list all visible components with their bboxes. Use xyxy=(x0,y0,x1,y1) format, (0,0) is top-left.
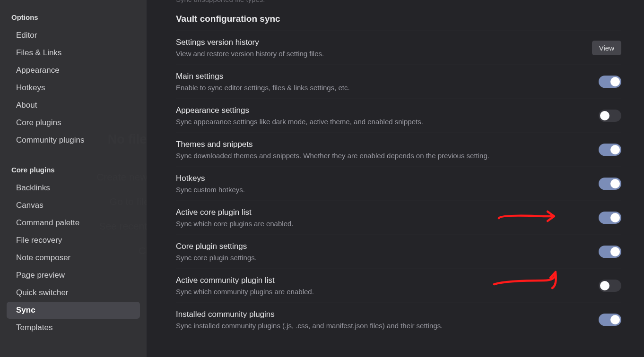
sidebar-item-canvas[interactable]: Canvas xyxy=(7,197,140,214)
toggle-knob xyxy=(610,77,620,86)
setting-description: Sync appearance settings like dark mode,… xyxy=(176,118,589,126)
setting-title: Core plugin settings xyxy=(176,242,589,251)
setting-row: Active core plugin listSync which core p… xyxy=(176,201,621,235)
setting-title: Hotkeys xyxy=(176,174,589,183)
setting-row: Themes and snippetsSync downloaded theme… xyxy=(176,133,621,167)
setting-row: Appearance settingsSync appearance setti… xyxy=(176,99,621,133)
setting-title: Active core plugin list xyxy=(176,208,589,217)
truncated-previous-setting: Sync unsupported file types. xyxy=(176,0,621,3)
sidebar-item-quick-switcher[interactable]: Quick switcher xyxy=(7,284,140,301)
setting-description: Sync installed community plugins (.js, .… xyxy=(176,322,589,330)
setting-row: Active community plugin listSync which c… xyxy=(176,269,621,303)
sidebar-item-hotkeys[interactable]: Hotkeys xyxy=(7,79,140,96)
toggle-active-core-plugin-list[interactable] xyxy=(599,212,621,224)
sidebar-item-page-preview[interactable]: Page preview xyxy=(7,267,140,284)
setting-row: Main settingsEnable to sync editor setti… xyxy=(176,65,621,99)
toggle-knob xyxy=(610,179,620,188)
setting-title: Settings version history xyxy=(176,38,583,47)
sidebar-section-header: Core plugins xyxy=(5,162,142,178)
toggle-active-community-plugin-list[interactable] xyxy=(599,280,621,292)
toggle-knob xyxy=(610,145,620,154)
setting-description: Sync which community plugins are enabled… xyxy=(176,288,589,296)
sidebar-item-community-plugins[interactable]: Community plugins xyxy=(7,132,140,149)
toggle-knob xyxy=(610,315,620,324)
settings-sidebar: OptionsEditorFiles & LinksAppearanceHotk… xyxy=(0,0,147,357)
setting-title: Active community plugin list xyxy=(176,276,589,285)
sidebar-item-core-plugins[interactable]: Core plugins xyxy=(7,114,140,131)
setting-description: Sync downloaded themes and snippets. Whe… xyxy=(176,152,589,160)
sidebar-item-about[interactable]: About xyxy=(7,97,140,114)
setting-description: Sync custom hotkeys. xyxy=(176,186,589,194)
sidebar-item-templates[interactable]: Templates xyxy=(7,319,140,336)
section-heading-vault-config-sync: Vault configuration sync xyxy=(176,14,621,24)
sidebar-item-editor[interactable]: Editor xyxy=(7,27,140,44)
setting-title: Installed community plugins xyxy=(176,310,589,319)
setting-description: Sync core plugin settings. xyxy=(176,254,589,262)
toggle-knob xyxy=(600,281,609,290)
sidebar-item-note-composer[interactable]: Note composer xyxy=(7,249,140,266)
sidebar-item-backlinks[interactable]: Backlinks xyxy=(7,179,140,196)
setting-row: HotkeysSync custom hotkeys. xyxy=(176,167,621,201)
toggle-themes-and-snippets[interactable] xyxy=(599,144,621,156)
setting-description: Enable to sync editor settings, files & … xyxy=(176,84,589,92)
toggle-knob xyxy=(610,247,620,256)
sidebar-item-appearance[interactable]: Appearance xyxy=(7,62,140,79)
toggle-main-settings[interactable] xyxy=(599,76,621,88)
setting-title: Main settings xyxy=(176,72,589,81)
view-button[interactable]: View xyxy=(592,41,621,55)
toggle-core-plugin-settings[interactable] xyxy=(599,246,621,258)
setting-row: Core plugin settingsSync core plugin set… xyxy=(176,235,621,269)
toggle-knob xyxy=(600,111,609,120)
toggle-appearance-settings[interactable] xyxy=(599,110,621,122)
setting-row: Settings version historyView and restore… xyxy=(176,31,621,65)
setting-description: Sync which core plugins are enabled. xyxy=(176,220,589,228)
toggle-knob xyxy=(610,213,620,222)
setting-description: View and restore version history of sett… xyxy=(176,50,583,58)
sidebar-item-files-links[interactable]: Files & Links xyxy=(7,44,140,61)
setting-title: Themes and snippets xyxy=(176,140,589,149)
setting-row: Installed community pluginsSync installe… xyxy=(176,303,621,337)
sidebar-section-header: Options xyxy=(5,9,142,25)
settings-main-panel: Sync unsupported file types. Vault confi… xyxy=(147,0,644,357)
toggle-hotkeys[interactable] xyxy=(599,178,621,190)
sidebar-item-file-recovery[interactable]: File recovery xyxy=(7,232,140,249)
sidebar-item-sync[interactable]: Sync xyxy=(7,302,140,319)
toggle-installed-community-plugins[interactable] xyxy=(599,314,621,326)
setting-title: Appearance settings xyxy=(176,106,589,115)
sidebar-item-command-palette[interactable]: Command palette xyxy=(7,214,140,231)
